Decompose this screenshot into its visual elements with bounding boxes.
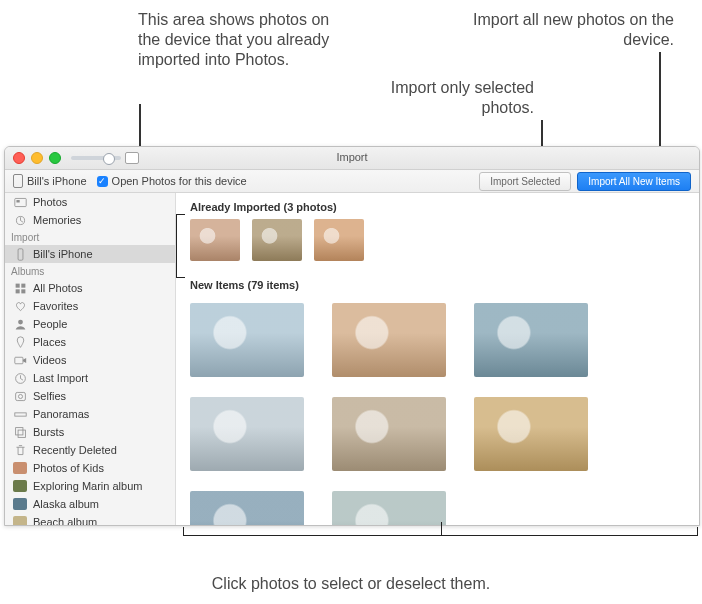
sidebar-item-label: Bursts: [33, 426, 64, 438]
svg-rect-15: [18, 430, 25, 437]
bursts-icon: [13, 426, 27, 438]
sidebar-item-label: Photos: [33, 196, 67, 208]
sidebar-item-label: All Photos: [33, 282, 83, 294]
svg-rect-1: [16, 200, 19, 202]
new-items-header: New Items (79 items): [176, 271, 699, 297]
sidebar-item[interactable]: Last Import: [5, 369, 175, 387]
sidebar-item-label: Bill's iPhone: [33, 248, 93, 260]
sidebar-item[interactable]: Memories: [5, 211, 175, 229]
pin-icon: [13, 336, 27, 348]
sidebar-item-label: Panoramas: [33, 408, 89, 420]
window-titlebar: Import: [5, 147, 699, 170]
svg-rect-11: [15, 392, 25, 400]
photo-thumbnail[interactable]: [190, 491, 304, 526]
photos-app-window: Import Bill's iPhone Open Photos for thi…: [4, 146, 700, 526]
close-icon[interactable]: [13, 152, 25, 164]
button-label: Import Selected: [490, 176, 560, 187]
photo-thumbnail[interactable]: [190, 219, 240, 261]
sidebar-item-label: Favorites: [33, 300, 78, 312]
svg-rect-13: [14, 412, 25, 415]
video-icon: [13, 354, 27, 366]
photo-thumbnail[interactable]: [332, 303, 446, 377]
already-imported-header: Already Imported (3 photos): [176, 193, 699, 219]
sidebar-item[interactable]: Alaska album: [5, 495, 175, 513]
already-imported-grid: [176, 219, 699, 271]
sidebar-item[interactable]: Panoramas: [5, 405, 175, 423]
album-thumb-icon: [13, 462, 27, 474]
photo-thumbnail[interactable]: [474, 397, 588, 471]
bracket-already-imported: [176, 214, 185, 278]
device-name: Bill's iPhone: [27, 175, 87, 187]
iphone-icon: [13, 174, 23, 188]
photo-thumbnail[interactable]: [332, 491, 446, 526]
import-selected-button[interactable]: Import Selected: [479, 172, 571, 191]
window-traffic-lights: [5, 152, 61, 164]
photo-thumbnail[interactable]: [252, 219, 302, 261]
svg-rect-9: [14, 357, 22, 364]
photos-icon: [13, 196, 27, 208]
minimize-icon[interactable]: [31, 152, 43, 164]
photo-thumbnail[interactable]: [190, 397, 304, 471]
sidebar-item-label: Photos of Kids: [33, 462, 104, 474]
slider-thumb[interactable]: [103, 153, 115, 165]
button-label: Import All New Items: [588, 176, 680, 187]
all-icon: [13, 282, 27, 294]
svg-rect-4: [15, 283, 19, 287]
new-items-grid: [176, 297, 699, 526]
svg-point-8: [18, 319, 23, 324]
memories-icon: [13, 214, 27, 226]
zoom-icon[interactable]: [49, 152, 61, 164]
thumbnail-zoom-slider[interactable]: [71, 156, 121, 160]
sidebar-item-label: Beach album: [33, 516, 97, 526]
sidebar-item[interactable]: People: [5, 315, 175, 333]
trash-icon: [13, 444, 27, 456]
svg-rect-5: [21, 283, 25, 287]
photo-thumbnail[interactable]: [190, 303, 304, 377]
selfies-icon: [13, 390, 27, 402]
sidebar-item[interactable]: Bursts: [5, 423, 175, 441]
sidebar-item[interactable]: Exploring Marin album: [5, 477, 175, 495]
sidebar-item-label: Exploring Marin album: [33, 480, 142, 492]
open-photos-checkbox[interactable]: [97, 176, 108, 187]
sidebar-item[interactable]: Bill's iPhone: [5, 245, 175, 263]
photo-thumbnail[interactable]: [474, 303, 588, 377]
people-icon: [13, 318, 27, 330]
pano-icon: [13, 408, 27, 420]
sidebar-item[interactable]: Places: [5, 333, 175, 351]
album-thumb-icon: [13, 480, 27, 492]
clock-icon: [13, 372, 27, 384]
main-content: Already Imported (3 photos) New Items (7…: [176, 193, 699, 526]
bracket-new-items: [183, 527, 698, 536]
sidebar-section-header: Albums: [5, 263, 175, 279]
sidebar-item[interactable]: Beach album: [5, 513, 175, 526]
sidebar-item[interactable]: Selfies: [5, 387, 175, 405]
bracket-notch: [441, 522, 443, 536]
open-photos-label: Open Photos for this device: [112, 175, 247, 187]
svg-rect-14: [15, 427, 22, 434]
sidebar-section-header: Import: [5, 229, 175, 245]
photo-thumbnail[interactable]: [332, 397, 446, 471]
import-all-new-items-button[interactable]: Import All New Items: [577, 172, 691, 191]
sidebar-item-label: Last Import: [33, 372, 88, 384]
sidebar-item[interactable]: Photos of Kids: [5, 459, 175, 477]
sidebar-item[interactable]: All Photos: [5, 279, 175, 297]
sidebar: PhotosMemoriesImportBill's iPhoneAlbumsA…: [5, 193, 176, 526]
iphone-icon: [13, 248, 27, 260]
sidebar-item[interactable]: Recently Deleted: [5, 441, 175, 459]
callout-already-imported: This area shows photos on the device tha…: [138, 10, 333, 70]
svg-rect-7: [21, 289, 25, 293]
photo-thumbnail[interactable]: [314, 219, 364, 261]
sidebar-item[interactable]: Favorites: [5, 297, 175, 315]
sidebar-item-label: Videos: [33, 354, 66, 366]
sidebar-item[interactable]: Videos: [5, 351, 175, 369]
sidebar-item[interactable]: Photos: [5, 193, 175, 211]
sidebar-item-label: Memories: [33, 214, 81, 226]
sidebar-item-label: Alaska album: [33, 498, 99, 510]
callout-click-select: Click photos to select or deselect them.: [0, 574, 702, 594]
sidebar-item-label: People: [33, 318, 67, 330]
svg-point-12: [18, 394, 22, 398]
svg-rect-3: [18, 248, 23, 259]
thumbnail-zoom-max-icon[interactable]: [125, 152, 139, 164]
callout-import-all: Import all new photos on the device.: [434, 10, 674, 50]
device-indicator[interactable]: Bill's iPhone: [13, 174, 87, 188]
